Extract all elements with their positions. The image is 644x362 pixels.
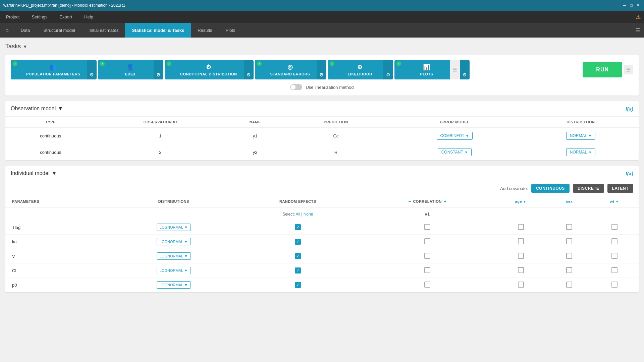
standard-errors-button[interactable]: ◎ STANDARD ERRORS [264, 60, 317, 79]
dist-tlag[interactable]: LOGNORMAL ▼ [113, 220, 234, 235]
age-covariate-header[interactable]: age ▼ [497, 199, 544, 203]
likelihood-button[interactable]: ⊕ LIKELIHOOD [336, 60, 383, 79]
tasks-arrow-icon[interactable]: ▼ [23, 44, 28, 49]
tlag-distribution-dropdown[interactable]: LOGNORMAL ▼ [157, 224, 191, 231]
sex-p0[interactable] [548, 278, 590, 292]
cl-corr-checkbox[interactable] [424, 267, 430, 273]
sex-v[interactable] [548, 249, 590, 263]
cl-age-checkbox[interactable] [518, 267, 524, 273]
individual-fx-icon[interactable]: f(x) [626, 171, 633, 176]
wt-tlag[interactable] [590, 220, 639, 235]
latent-covariate-button[interactable]: LATENT [607, 184, 633, 193]
ebes-check[interactable]: ✓ [98, 60, 107, 79]
p0-re-checkbox[interactable]: ✓ [295, 282, 301, 288]
age-ka[interactable] [493, 235, 548, 249]
plots-check[interactable]: ✓ [394, 60, 403, 79]
re-ka[interactable]: ✓ [234, 235, 362, 249]
age-tlag[interactable] [493, 220, 548, 235]
v-corr-checkbox[interactable] [424, 253, 430, 259]
fx-icon[interactable]: f(x) [626, 106, 633, 112]
dist-cl[interactable]: LOGNORMAL ▼ [113, 263, 234, 278]
tab-data[interactable]: Data [14, 23, 37, 38]
obs-distribution-2[interactable]: NORMAL ▼ [523, 144, 639, 161]
conditional-dist-gear[interactable]: ⚙ [244, 60, 254, 79]
ka-wt-checkbox[interactable] [611, 238, 618, 244]
select-all-link[interactable]: All [296, 212, 300, 217]
settings-icon-button[interactable]: ☰ [631, 27, 644, 34]
menu-export[interactable]: Export [57, 13, 75, 21]
ka-distribution-dropdown[interactable]: LOGNORMAL ▼ [157, 238, 191, 245]
p0-wt-checkbox[interactable] [611, 282, 618, 288]
corr-p0[interactable] [362, 278, 493, 292]
p0-distribution-dropdown[interactable]: LOGNORMAL ▼ [157, 281, 191, 289]
ka-age-checkbox[interactable] [518, 238, 524, 244]
tlag-corr-checkbox[interactable] [424, 224, 430, 230]
menu-help[interactable]: Help [82, 13, 96, 21]
p0-corr-checkbox[interactable] [424, 282, 430, 288]
cl-distribution-dropdown[interactable]: LOGNORMAL ▼ [157, 267, 191, 274]
select-none-link[interactable]: None [304, 212, 313, 217]
close-button[interactable]: ✕ [635, 3, 641, 8]
distribution-dropdown-2[interactable]: NORMAL ▼ [566, 148, 595, 156]
plots-button[interactable]: 📊 PLOTS [403, 60, 450, 79]
v-distribution-dropdown[interactable]: LOGNORMAL ▼ [157, 252, 191, 260]
run-list-icon[interactable]: ☰ [624, 65, 633, 74]
ka-sex-checkbox[interactable] [566, 238, 572, 244]
minimize-button[interactable]: ─ [622, 3, 627, 8]
col-covariate-wt[interactable]: wt ▼ [590, 195, 639, 208]
run-button[interactable]: RUN [583, 62, 622, 77]
obs-distribution-1[interactable]: NORMAL ▼ [523, 128, 639, 144]
wt-cl[interactable] [590, 263, 639, 278]
tlag-re-checkbox[interactable]: ✓ [295, 224, 301, 230]
corr-tlag[interactable] [362, 220, 493, 235]
wt-v[interactable] [590, 249, 639, 263]
wt-p0[interactable] [590, 278, 639, 292]
col-covariate-sex[interactable]: sex [548, 195, 590, 208]
menu-settings[interactable]: Settings [29, 13, 50, 21]
v-wt-checkbox[interactable] [611, 253, 618, 259]
plots-list-icon[interactable]: ☰ [450, 60, 460, 79]
sex-cl[interactable] [548, 263, 590, 278]
maximize-button[interactable]: □ [629, 3, 634, 8]
corr-v[interactable] [362, 249, 493, 263]
p0-age-checkbox[interactable] [518, 282, 524, 288]
p0-sex-checkbox[interactable] [566, 282, 572, 288]
menu-project[interactable]: Project [3, 13, 22, 21]
distribution-dropdown-1[interactable]: NORMAL ▼ [566, 132, 595, 140]
observation-model-arrow-icon[interactable]: ▼ [58, 106, 63, 112]
error-model-dropdown-1[interactable]: COMBINED1 ▼ [437, 132, 473, 140]
obs-error-model-1[interactable]: COMBINED1 ▼ [386, 128, 523, 144]
re-p0[interactable]: ✓ [234, 278, 362, 292]
cl-re-checkbox[interactable]: ✓ [295, 267, 301, 274]
tab-results[interactable]: Results [191, 23, 219, 38]
tab-initial-estimates[interactable]: Initial estimates [82, 23, 125, 38]
likelihood-check[interactable]: ✓ [328, 60, 336, 79]
dist-ka[interactable]: LOGNORMAL ▼ [113, 235, 234, 249]
ka-corr-checkbox[interactable] [424, 238, 430, 244]
ka-re-checkbox[interactable]: ✓ [295, 239, 301, 245]
age-cl[interactable] [493, 263, 548, 278]
re-tlag[interactable]: ✓ [234, 220, 362, 235]
linearization-toggle[interactable] [290, 84, 302, 90]
tab-structural-model[interactable]: Structural model [37, 23, 82, 38]
col-covariate-age[interactable]: age ▼ [493, 195, 548, 208]
error-model-dropdown-2[interactable]: CONSTANT ▼ [438, 148, 472, 156]
tab-plots[interactable]: Plots [219, 23, 242, 38]
age-v[interactable] [493, 249, 548, 263]
cl-sex-checkbox[interactable] [566, 267, 572, 273]
age-p0[interactable] [493, 278, 548, 292]
correlation-plus-button[interactable]: + [444, 199, 446, 204]
standard-errors-check[interactable]: ✓ [255, 60, 264, 79]
ebes-gear[interactable]: ⚙ [154, 60, 163, 79]
re-cl[interactable]: ✓ [234, 263, 362, 278]
wt-covariate-header[interactable]: wt ▼ [594, 199, 635, 203]
likelihood-gear[interactable]: ⚙ [383, 60, 393, 79]
cl-wt-checkbox[interactable] [611, 267, 618, 273]
population-parameters-check[interactable]: ✓ [11, 60, 19, 79]
plots-gear[interactable]: ⚙ [460, 60, 470, 79]
nav-home-button[interactable]: ⌂ [0, 23, 14, 38]
window-controls[interactable]: ─ □ ✕ [622, 3, 641, 8]
v-sex-checkbox[interactable] [566, 253, 572, 259]
dist-v[interactable]: LOGNORMAL ▼ [113, 249, 234, 263]
dist-p0[interactable]: LOGNORMAL ▼ [113, 278, 234, 292]
